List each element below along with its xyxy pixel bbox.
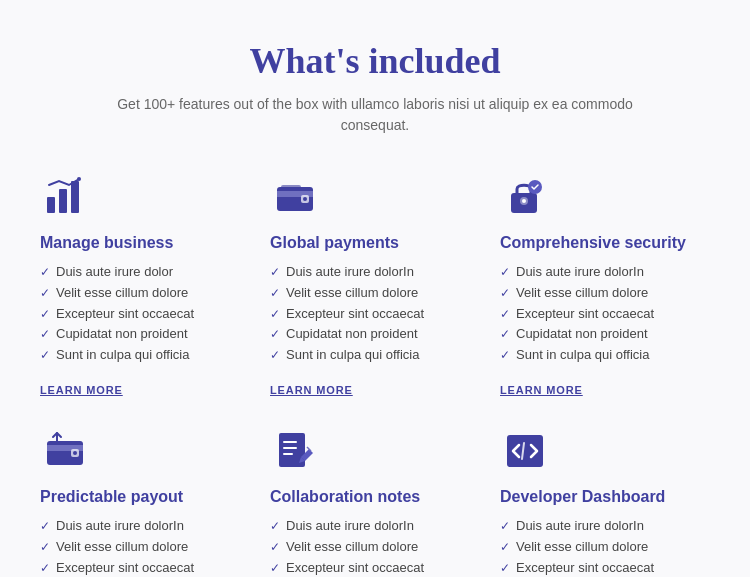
feature-item: Excepteur sint occaecat <box>500 558 710 577</box>
feature-item: Velit esse cillum dolore <box>500 537 710 558</box>
svg-rect-0 <box>47 197 55 213</box>
svg-point-3 <box>77 177 81 181</box>
svg-rect-1 <box>59 189 67 213</box>
feature-item: Duis aute irure dolor <box>40 262 250 283</box>
feature-item: Velit esse cillum dolore <box>500 283 710 304</box>
manage-business-icon <box>40 172 90 222</box>
svg-point-7 <box>303 197 307 201</box>
card-global-payments: Global paymentsDuis aute irure dolorInVe… <box>270 172 480 396</box>
svg-rect-19 <box>283 441 297 443</box>
features-grid: Manage businessDuis aute irure dolorVeli… <box>40 172 710 577</box>
card-predictable-payout: Predictable payoutDuis aute irure dolorI… <box>40 426 250 577</box>
svg-rect-21 <box>283 453 293 455</box>
feature-item: Excepteur sint occaecat <box>40 558 250 577</box>
comprehensive-security-feature-list: Duis aute irure dolorInVelit esse cillum… <box>500 262 710 366</box>
comprehensive-security-learn-more[interactable]: LEARN MORE <box>500 384 710 396</box>
predictable-payout-title: Predictable payout <box>40 488 250 506</box>
feature-item: Velit esse cillum dolore <box>270 283 480 304</box>
global-payments-feature-list: Duis aute irure dolorInVelit esse cillum… <box>270 262 480 366</box>
svg-point-11 <box>522 199 526 203</box>
feature-item: Duis aute irure dolorIn <box>270 516 480 537</box>
feature-item: Sunt in culpa qui officia <box>270 345 480 366</box>
feature-item: Cupidatat non proident <box>270 324 480 345</box>
card-collaboration-notes: Collaboration notesDuis aute irure dolor… <box>270 426 480 577</box>
card-manage-business: Manage businessDuis aute irure dolorVeli… <box>40 172 250 396</box>
comprehensive-security-icon <box>500 172 550 222</box>
svg-rect-2 <box>71 181 79 213</box>
feature-item: Duis aute irure dolorIn <box>40 516 250 537</box>
developer-dashboard-icon <box>500 426 550 476</box>
feature-item: Duis aute irure dolorIn <box>500 516 710 537</box>
feature-item: Velit esse cillum dolore <box>40 537 250 558</box>
feature-item: Duis aute irure dolorIn <box>500 262 710 283</box>
feature-item: Cupidatat non proident <box>40 324 250 345</box>
feature-item: Excepteur sint occaecat <box>270 304 480 325</box>
page-subtitle: Get 100+ features out of the box with ul… <box>95 94 655 136</box>
page-header: What's included Get 100+ features out of… <box>40 40 710 136</box>
manage-business-learn-more[interactable]: LEARN MORE <box>40 384 250 396</box>
collaboration-notes-title: Collaboration notes <box>270 488 480 506</box>
global-payments-learn-more[interactable]: LEARN MORE <box>270 384 480 396</box>
manage-business-feature-list: Duis aute irure dolorVelit esse cillum d… <box>40 262 250 366</box>
svg-rect-20 <box>283 447 297 449</box>
page-title: What's included <box>40 40 710 82</box>
manage-business-title: Manage business <box>40 234 250 252</box>
feature-item: Sunt in culpa qui officia <box>500 345 710 366</box>
feature-item: Excepteur sint occaecat <box>40 304 250 325</box>
feature-item: Sunt in culpa qui officia <box>40 345 250 366</box>
predictable-payout-icon <box>40 426 90 476</box>
feature-item: Excepteur sint occaecat <box>270 558 480 577</box>
feature-item: Duis aute irure dolorIn <box>270 262 480 283</box>
developer-dashboard-feature-list: Duis aute irure dolorInVelit esse cillum… <box>500 516 710 577</box>
card-developer-dashboard: Developer DashboardDuis aute irure dolor… <box>500 426 710 577</box>
comprehensive-security-title: Comprehensive security <box>500 234 710 252</box>
page: What's included Get 100+ features out of… <box>0 0 750 577</box>
global-payments-icon <box>270 172 320 222</box>
predictable-payout-feature-list: Duis aute irure dolorInVelit esse cillum… <box>40 516 250 577</box>
feature-item: Cupidatat non proident <box>500 324 710 345</box>
developer-dashboard-title: Developer Dashboard <box>500 488 710 506</box>
global-payments-title: Global payments <box>270 234 480 252</box>
feature-item: Excepteur sint occaecat <box>500 304 710 325</box>
feature-item: Velit esse cillum dolore <box>270 537 480 558</box>
card-comprehensive-security: Comprehensive securityDuis aute irure do… <box>500 172 710 396</box>
feature-item: Velit esse cillum dolore <box>40 283 250 304</box>
collaboration-notes-feature-list: Duis aute irure dolorInVelit esse cillum… <box>270 516 480 577</box>
svg-rect-8 <box>281 185 301 189</box>
collaboration-notes-icon <box>270 426 320 476</box>
svg-point-16 <box>73 451 77 455</box>
